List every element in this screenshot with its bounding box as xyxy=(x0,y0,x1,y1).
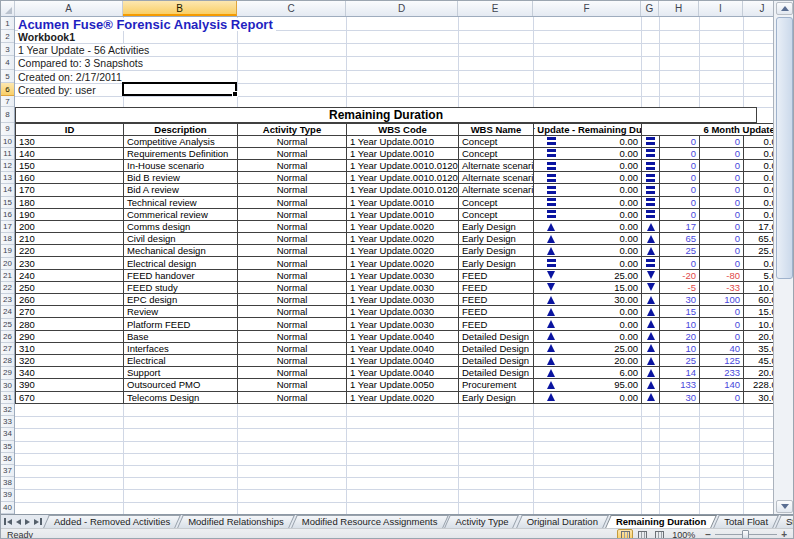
column-header-A[interactable]: A xyxy=(15,1,123,16)
sheet-tab-start[interactable]: Start xyxy=(777,515,794,528)
cell-activity-type[interactable]: Normal xyxy=(238,221,347,233)
cell-wbs-name[interactable]: Concept xyxy=(459,148,534,160)
row-header-25[interactable]: 25 xyxy=(1,319,14,331)
vertical-scrollbar-thumb[interactable] xyxy=(776,17,793,279)
cell-pct-change[interactable]: 0 xyxy=(700,257,744,269)
cell-trend-icon[interactable] xyxy=(642,245,660,257)
cell-wbs-name[interactable]: Detailed Design xyxy=(459,331,534,343)
cell-new-value[interactable]: 0.00 xyxy=(744,197,773,209)
cell-wbs-name[interactable]: FEED xyxy=(459,294,534,306)
cell-base-value[interactable]: 0.00 xyxy=(534,233,642,245)
cell-pct-change[interactable]: 0 xyxy=(700,245,744,257)
cell-change[interactable]: 0 xyxy=(660,184,700,196)
cell-trend-icon[interactable] xyxy=(642,392,660,404)
cell-change[interactable]: 0 xyxy=(660,197,700,209)
sheet-tab-total-float[interactable]: Total Float xyxy=(715,515,777,528)
row-header-7[interactable]: 7 xyxy=(1,96,14,107)
cell-activity-type[interactable]: Normal xyxy=(238,392,347,404)
cell-description[interactable]: Technical review xyxy=(124,197,238,209)
cell-trend-icon[interactable] xyxy=(642,172,660,184)
row-header-14[interactable]: 14 xyxy=(1,184,14,196)
cell-description[interactable]: Competitive Analysis xyxy=(124,136,238,148)
cell-id[interactable]: 200 xyxy=(16,221,124,233)
cell-new-value[interactable]: 0.00 xyxy=(744,148,773,160)
row-header-29[interactable]: 29 xyxy=(1,367,14,379)
cell-wbs-code[interactable]: 1 Year Update.0010 xyxy=(347,197,459,209)
cell-change[interactable]: 15 xyxy=(660,306,700,318)
cell-base-value[interactable]: 30.00 xyxy=(534,294,642,306)
cell-id[interactable]: 310 xyxy=(16,343,124,355)
row-header-37[interactable]: 37 xyxy=(1,465,14,477)
normal-view-button[interactable] xyxy=(617,529,633,539)
row-header-13[interactable]: 13 xyxy=(1,172,14,184)
cell-id[interactable]: 190 xyxy=(16,209,124,221)
row-header-2[interactable]: 2 xyxy=(1,30,14,43)
cell-change[interactable]: -5 xyxy=(660,282,700,294)
cell-wbs-name[interactable]: Concept xyxy=(459,136,534,148)
cell-trend-icon[interactable] xyxy=(642,367,660,379)
row-header-33[interactable]: 33 xyxy=(1,416,14,428)
cell-description[interactable]: Base xyxy=(124,331,238,343)
row-header-31[interactable]: 31 xyxy=(1,392,14,404)
previous-sheet-button[interactable] xyxy=(16,517,21,527)
row-header-21[interactable]: 21 xyxy=(1,270,14,282)
cell-wbs-name[interactable]: FEED xyxy=(459,318,534,330)
row-header-26[interactable]: 26 xyxy=(1,331,14,343)
cell-wbs-code[interactable]: 1 Year Update.0040 xyxy=(347,355,459,367)
row-header-6[interactable]: 6 xyxy=(1,83,14,96)
row-header-24[interactable]: 24 xyxy=(1,306,14,318)
row-header-32[interactable]: 32 xyxy=(1,404,14,416)
cell-description[interactable]: FEED handover xyxy=(124,270,238,282)
cell-wbs-code[interactable]: 1 Year Update.0040 xyxy=(347,331,459,343)
cell-wbs-code[interactable]: 1 Year Update.0030 xyxy=(347,282,459,294)
cell-pct-change[interactable]: 0 xyxy=(700,172,744,184)
cell-id[interactable]: 230 xyxy=(16,257,124,269)
sheet-tab-modified-relationships[interactable]: Modified Relationships xyxy=(179,515,293,528)
cell-base-value[interactable]: 25.00 xyxy=(534,270,642,282)
cell-id[interactable]: 270 xyxy=(16,306,124,318)
page-break-view-button[interactable] xyxy=(651,529,667,539)
cell-activity-type[interactable]: Normal xyxy=(238,160,347,172)
cell-activity-type[interactable]: Normal xyxy=(238,318,347,330)
cell-new-value[interactable]: 60.00 xyxy=(744,294,773,306)
cell-base-value[interactable]: 20.00 xyxy=(534,355,642,367)
cell-pct-change[interactable]: 0 xyxy=(700,318,744,330)
cell-wbs-name[interactable]: Alternate scenario xyxy=(459,184,534,196)
header-wbs-name[interactable]: WBS Name xyxy=(459,123,534,136)
cell-pct-change[interactable]: 233 xyxy=(700,367,744,379)
cell-change[interactable]: 20 xyxy=(660,331,700,343)
cell-wbs-code[interactable]: 1 Year Update.0010.0120 xyxy=(347,184,459,196)
cell-trend-icon[interactable] xyxy=(642,355,660,367)
cell-wbs-code[interactable]: 1 Year Update.0030 xyxy=(347,306,459,318)
cell-change[interactable]: 17 xyxy=(660,221,700,233)
cell-description[interactable]: Requirements Definition xyxy=(124,148,238,160)
column-header-J[interactable]: J xyxy=(743,1,773,16)
cell-wbs-name[interactable]: Detailed Design xyxy=(459,355,534,367)
column-header-G[interactable]: G xyxy=(641,1,659,16)
cell-trend-icon[interactable] xyxy=(642,197,660,209)
cell-activity-type[interactable]: Normal xyxy=(238,282,347,294)
cell-base-value[interactable]: 0.00 xyxy=(534,306,642,318)
cell-description[interactable]: Electrical xyxy=(124,355,238,367)
cell-description[interactable]: Telecoms Design xyxy=(124,392,238,404)
cell-wbs-name[interactable]: Detailed Design xyxy=(459,343,534,355)
cell-pct-change[interactable]: 0 xyxy=(700,136,744,148)
row-header-36[interactable]: 36 xyxy=(1,453,14,465)
cell-pct-change[interactable]: 40 xyxy=(700,343,744,355)
sheet-tab-modified-resource-assignments[interactable]: Modified Resource Assignments xyxy=(293,515,447,528)
cell-id[interactable]: 340 xyxy=(16,367,124,379)
first-sheet-button[interactable] xyxy=(4,517,12,527)
page-layout-view-button[interactable] xyxy=(634,529,650,539)
cell-new-value[interactable]: 25.00 xyxy=(744,245,773,257)
cell-wbs-code[interactable]: 1 Year Update.0010.0120 xyxy=(347,160,459,172)
cell-pct-change[interactable]: 125 xyxy=(700,355,744,367)
cell-pct-change[interactable]: 0 xyxy=(700,392,744,404)
cell-new-value[interactable]: 17.00 xyxy=(744,221,773,233)
cell-base-value[interactable]: 0.00 xyxy=(534,197,642,209)
row-header-38[interactable]: 38 xyxy=(1,477,14,489)
cell-new-value[interactable]: 10.00 xyxy=(744,282,773,294)
cell-new-value[interactable]: 65.00 xyxy=(744,233,773,245)
scroll-up-button[interactable] xyxy=(776,2,793,15)
cell-wbs-code[interactable]: 1 Year Update.0050 xyxy=(347,379,459,391)
vertical-scrollbar[interactable] xyxy=(773,1,794,514)
